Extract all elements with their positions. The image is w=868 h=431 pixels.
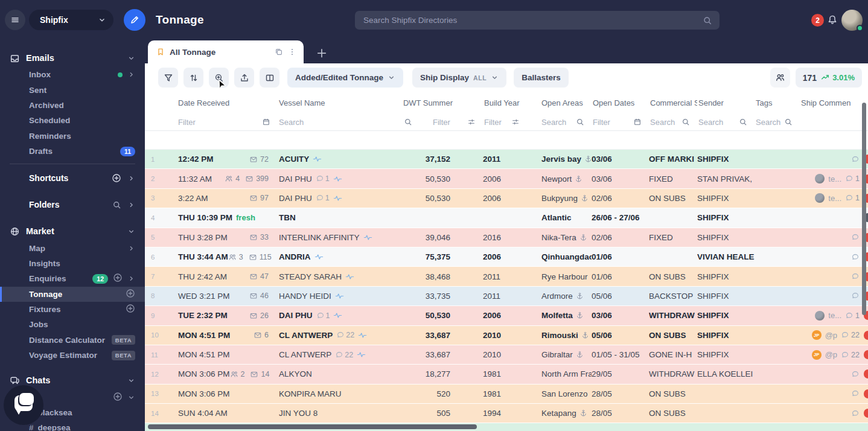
column-header-open-dates[interactable]: Open Dates bbox=[592, 98, 649, 107]
columns-button[interactable] bbox=[260, 68, 279, 88]
search-icon bbox=[576, 118, 584, 126]
search-input[interactable]: Search Shipfix Directories bbox=[355, 11, 720, 30]
sidebar-item-jobs[interactable]: Jobs bbox=[0, 317, 145, 332]
sidebar-item-map[interactable]: Map bbox=[0, 240, 145, 255]
cell-tags bbox=[755, 287, 800, 305]
filter-date-received[interactable]: Filter bbox=[174, 118, 278, 127]
table-row[interactable]: 12MON 3:06 PM214ALKYON18,2771981North Ar… bbox=[145, 365, 868, 384]
filter-commercial-s[interactable]: Search bbox=[649, 118, 697, 127]
zoom-in-button[interactable] bbox=[209, 68, 229, 88]
cell-ship-comments[interactable] bbox=[800, 404, 862, 423]
sidebar-item-drafts[interactable]: Drafts11 bbox=[0, 144, 145, 159]
sidebar-item-fixtures[interactable]: Fixtures bbox=[0, 302, 145, 317]
column-header-tags[interactable]: Tags bbox=[755, 98, 800, 107]
sidebar-section-emails[interactable]: Emails bbox=[0, 49, 145, 67]
notification-badge[interactable]: 2 bbox=[811, 14, 824, 27]
table-row[interactable]: 211:32 AM4399DAI PHU150,5302006Newport03… bbox=[145, 169, 868, 188]
cell-ship-comments[interactable]: te...1 bbox=[800, 169, 862, 188]
duplicate-tab-icon[interactable] bbox=[275, 48, 283, 56]
sidebar-item-inbox[interactable]: Inbox bbox=[0, 67, 145, 82]
sidebar-item-tonnage[interactable]: Tonnage bbox=[0, 287, 145, 302]
column-header-vessel-name[interactable]: Vessel Name bbox=[278, 98, 420, 107]
ship-display-dropdown[interactable]: Ship Display ALL bbox=[412, 68, 506, 88]
filter-button[interactable] bbox=[158, 68, 178, 88]
new-tab-button[interactable] bbox=[316, 47, 328, 59]
filter-build-year[interactable]: Filter bbox=[483, 118, 540, 127]
filter-dwt-summer[interactable]: Filter bbox=[420, 118, 483, 127]
anchor-icon bbox=[581, 331, 589, 339]
cell-ship-comments[interactable] bbox=[800, 150, 862, 168]
tab-menu-icon[interactable] bbox=[288, 48, 296, 56]
cell-open-areas: Ardmore bbox=[540, 287, 592, 305]
ballasters-button[interactable]: Ballasters bbox=[514, 68, 569, 88]
table-row[interactable]: 6THU 3:44 AM3115ANDRIA75,3752006Qinhuang… bbox=[145, 247, 868, 267]
plus-circle-icon[interactable] bbox=[112, 173, 121, 183]
sidebar-item-voyage-estimator[interactable]: Voyage EstimatorBETA bbox=[0, 348, 145, 363]
column-header-ship-commen[interactable]: Ship Commen bbox=[800, 98, 862, 107]
column-header-open-areas[interactable]: Open Areas bbox=[540, 98, 592, 107]
filter-vessel-name[interactable]: Search bbox=[278, 118, 420, 127]
folder-search-icon[interactable] bbox=[112, 200, 121, 209]
view-dropdown[interactable]: Added/Edited Tonnage bbox=[287, 68, 403, 88]
sidebar-item-archived[interactable]: Archived bbox=[0, 98, 145, 113]
table-row[interactable]: 112:42 PM72ACUITY37,1522011Jervis bay03/… bbox=[145, 150, 868, 169]
sidebar-section-folders[interactable]: Folders bbox=[0, 196, 145, 214]
filter-tags[interactable]: Search bbox=[755, 118, 800, 127]
horizontal-scrollbar[interactable] bbox=[148, 424, 477, 429]
bell-icon[interactable] bbox=[827, 14, 838, 25]
column-header-date-received[interactable]: Date Received bbox=[174, 98, 278, 107]
cell-ship-comments[interactable] bbox=[800, 267, 862, 286]
tab-all-tonnage[interactable]: All Tonnage bbox=[148, 40, 304, 63]
avatar[interactable] bbox=[841, 10, 863, 31]
table-row[interactable]: 4THU 10:39 PMfreshTBNAtlantic26/06 - 27/… bbox=[145, 208, 868, 228]
filter-sender[interactable]: Search bbox=[697, 118, 755, 127]
menu-button[interactable] bbox=[5, 10, 25, 30]
cell-ship-comments[interactable] bbox=[800, 365, 862, 383]
vertical-scrollbar[interactable] bbox=[862, 103, 866, 315]
share-users-button[interactable] bbox=[770, 68, 790, 88]
cell-ship-comments[interactable]: te...1 bbox=[800, 189, 862, 208]
sidebar-item-sent[interactable]: Sent bbox=[0, 82, 145, 97]
cell-ship-comments[interactable] bbox=[800, 228, 862, 247]
cell-ship-comments[interactable]: JP@p22 bbox=[800, 345, 862, 364]
table-row[interactable]: 5THU 3:28 PM33INTERLINK AFFINITY39,04620… bbox=[145, 228, 868, 247]
sidebar-item-enquiries[interactable]: Enquiries12 bbox=[0, 271, 145, 286]
sidebar-item-scheduled[interactable]: Scheduled bbox=[0, 113, 145, 128]
table-row[interactable]: 33:22 AM97DAI PHU150,5302006Bukpyung02/0… bbox=[145, 189, 868, 208]
table-row[interactable]: 8WED 3:21 PM46HANDY HEIDI33,7352011Ardmo… bbox=[145, 287, 868, 306]
sidebar-item-distance-calculator[interactable]: Distance CalculatorBETA bbox=[0, 333, 145, 348]
cell-ship-comments[interactable] bbox=[800, 247, 862, 266]
cell-ship-comments[interactable]: te...1 bbox=[800, 306, 862, 325]
people-icon bbox=[228, 253, 237, 261]
sort-button[interactable] bbox=[183, 68, 203, 88]
cell-ship-comments[interactable] bbox=[800, 287, 862, 305]
column-header-commercial-s[interactable]: Commercial S bbox=[649, 98, 697, 107]
chat-launcher-button[interactable] bbox=[4, 385, 43, 425]
sidebar-item-reminders[interactable]: Reminders bbox=[0, 129, 145, 144]
table-row[interactable]: 9TUE 2:32 PM26DAI PHU150,5302006Molfetta… bbox=[145, 306, 868, 325]
cell-open-areas: Gibraltar bbox=[540, 345, 592, 364]
sidebar-section-shortcuts[interactable]: Shortcuts bbox=[0, 169, 145, 187]
column-header-sender[interactable]: Sender bbox=[697, 98, 755, 107]
cell-ship-comments[interactable] bbox=[800, 208, 862, 227]
search-placeholder: Search Shipfix Directories bbox=[363, 16, 703, 25]
cell-ship-comments[interactable] bbox=[800, 385, 862, 403]
table-row[interactable]: 10MON 4:51 PM6CL ANTWERP2233,6872010Rimo… bbox=[145, 326, 868, 345]
sidebar-item-insights[interactable]: Insights bbox=[0, 256, 145, 271]
table-row[interactable]: 14SUN 4:04 AMJIN YOU 85051994Ketapang28/… bbox=[145, 404, 868, 423]
table-row[interactable]: 11MON 4:51 PMCL ANTWERP2233,6872010Gibra… bbox=[145, 345, 868, 365]
filter-open-areas[interactable]: Search bbox=[540, 118, 592, 127]
workspace-switcher[interactable]: Shipfix bbox=[29, 10, 113, 30]
column-header-build-year[interactable]: Build Year bbox=[483, 98, 540, 107]
table-row[interactable]: 13MON 3:06 PMKONPIRA MARU5201981San Lore… bbox=[145, 385, 868, 404]
cell-open-dates: 28/05 bbox=[592, 404, 649, 423]
cell-sender: STAN PRIVAK, bbox=[697, 169, 755, 188]
filter-open-dates[interactable]: Filter bbox=[592, 118, 649, 127]
compose-button[interactable] bbox=[124, 9, 145, 31]
export-button[interactable] bbox=[234, 68, 254, 88]
table-row[interactable]: 7THU 2:42 AM47STEADY SARAH38,4682011Rye … bbox=[145, 267, 868, 286]
sidebar-section-market[interactable]: Market bbox=[0, 222, 145, 240]
cell-ship-comments[interactable]: JP@p22 bbox=[800, 326, 862, 345]
cell-sender: SHIPFIX bbox=[697, 306, 755, 325]
column-header-dwt-summer[interactable]: DWT Summer bbox=[402, 98, 459, 107]
